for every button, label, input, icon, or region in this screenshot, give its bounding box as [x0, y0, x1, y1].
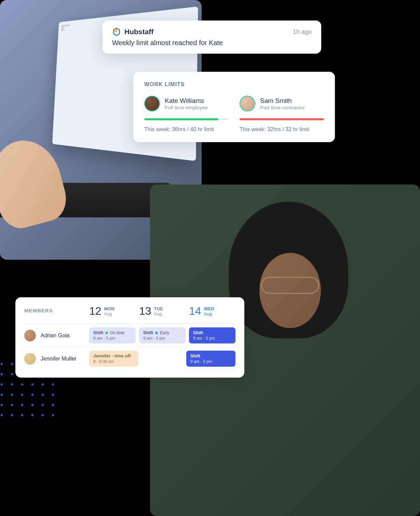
- notification-card[interactable]: Hubstaff 1h ago Weekly limit almost reac…: [103, 21, 321, 54]
- member-name: Kate Williams: [165, 97, 208, 105]
- shift-empty: [142, 351, 183, 367]
- progress-fill: [240, 118, 324, 120]
- day-column-wed[interactable]: 14 WED Aug: [189, 305, 235, 317]
- avatar: [240, 96, 255, 111]
- member-name: Sam Smith: [260, 97, 305, 105]
- day-name: TUE: [154, 306, 163, 311]
- notification-message: Weekly limit almost reached for Kate: [112, 39, 312, 47]
- member-name: Adrian Goia: [41, 332, 70, 339]
- avatar: [24, 330, 36, 341]
- shift-time: 9 am - 5 pm: [143, 336, 181, 341]
- shift-time: 9 am - 5 pm: [93, 336, 132, 341]
- brand-name: Hubstaff: [124, 28, 153, 36]
- shift-cell[interactable]: Shift 9 am - 5 pm: [189, 327, 235, 343]
- day-number: 12: [89, 305, 101, 317]
- limit-summary: This week: 36hrs / 40 hr limit: [144, 126, 229, 133]
- work-limit-item[interactable]: Sam Smith Part time contractor This week…: [240, 96, 324, 133]
- shift-time: 9 am - 5 pm: [190, 359, 231, 364]
- member-role: Full time employee: [165, 105, 208, 110]
- shift-time: 9 - 9:30 am: [93, 359, 134, 364]
- avatar: [144, 96, 160, 111]
- status-dot-icon: [105, 331, 108, 334]
- limit-summary: This week: 32hrs / 32 hr limit: [240, 126, 324, 133]
- brand: Hubstaff: [112, 27, 153, 36]
- shift-cell[interactable]: Shift On time 9 am - 5 pm: [89, 327, 136, 343]
- day-column-mon[interactable]: 12 MON Aug: [89, 305, 136, 317]
- day-number: 13: [139, 305, 151, 317]
- shift-cell[interactable]: Jennifer - time off 9 - 9:30 am: [89, 351, 138, 367]
- member-role: Part time contractor: [260, 105, 305, 110]
- shift-cell[interactable]: Shift Early 9 am - 5 pm: [139, 327, 186, 343]
- day-month: Aug: [204, 311, 214, 316]
- work-limit-item[interactable]: Kate Williams Full time employee This we…: [144, 96, 229, 133]
- avatar: [24, 353, 36, 365]
- day-name: WED: [204, 306, 214, 311]
- members-schedule-card: MEMBERS 12 MON Aug 13 TUE Aug 14 WED: [15, 297, 244, 378]
- day-name: MON: [104, 306, 114, 311]
- day-month: Aug: [104, 311, 114, 316]
- member-row: Adrian Goia Shift On time 9 am - 5 pm Sh…: [24, 324, 235, 347]
- notification-timestamp: 1h ago: [293, 28, 312, 36]
- work-limits-card: WORK LIMITS Kate Williams Full time empl…: [133, 72, 335, 142]
- status-dot-icon: [155, 331, 158, 334]
- shift-time: 9 am - 5 pm: [193, 336, 231, 341]
- shift-cell[interactable]: Shift 9 am - 5 pm: [186, 351, 235, 367]
- member-name: Jennifer Muller: [41, 356, 77, 362]
- work-limits-title: WORK LIMITS: [144, 81, 324, 87]
- member-row: Jennifer Muller Jennifer - time off 9 - …: [24, 347, 235, 370]
- hubstaff-logo-icon: [112, 27, 121, 36]
- day-number: 14: [189, 305, 201, 317]
- day-month: Aug: [154, 311, 163, 316]
- progress-bar: [144, 118, 229, 120]
- day-column-tue[interactable]: 13 TUE Aug: [139, 305, 186, 317]
- members-title: MEMBERS: [24, 305, 89, 313]
- progress-fill: [144, 118, 218, 120]
- progress-bar: [240, 118, 324, 120]
- hand-on-keyboard: [0, 133, 71, 233]
